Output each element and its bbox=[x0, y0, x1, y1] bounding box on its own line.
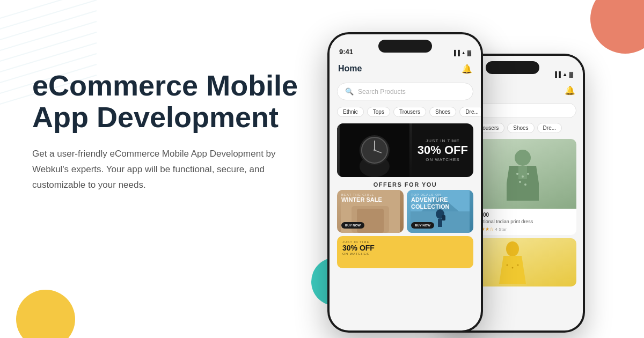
phone1-banner: JUST IN TIME 30% OFF ON WATCHES bbox=[337, 123, 473, 177]
offer-winter-sale[interactable]: BEAT THE CHILL WINTER SALE BUY NOW bbox=[337, 190, 404, 233]
svg-point-18 bbox=[512, 267, 514, 268]
banner-text: JUST IN TIME 30% OFF ON WATCHES bbox=[418, 138, 468, 162]
svg-point-13 bbox=[527, 173, 529, 175]
phone1-time: 9:41 bbox=[339, 48, 353, 56]
chip-shoes[interactable]: Shoes bbox=[429, 107, 456, 117]
svg-line-0 bbox=[0, 0, 97, 21]
hero-description: Get a user-friendly eCommerce Mobile App… bbox=[32, 146, 290, 193]
offer-winter-text: BEAT THE CHILL WINTER SALE bbox=[341, 193, 382, 203]
product2-image bbox=[499, 241, 526, 284]
svg-point-12 bbox=[522, 175, 524, 178]
product1-stars: ★★★★☆ 4 Star bbox=[472, 226, 573, 232]
svg-point-11 bbox=[516, 173, 518, 175]
product1-image bbox=[507, 147, 539, 201]
offer3-discount: 30% OFF bbox=[342, 244, 375, 252]
svg-rect-29 bbox=[357, 209, 384, 233]
banner-discount: 30% OFF bbox=[418, 143, 468, 157]
svg-point-17 bbox=[507, 264, 508, 266]
banner-image bbox=[337, 123, 412, 177]
svg-rect-35 bbox=[442, 215, 445, 221]
chip-shoes[interactable]: Shoes bbox=[507, 123, 534, 133]
svg-point-15 bbox=[524, 183, 526, 186]
svg-rect-9 bbox=[515, 150, 531, 166]
chip-dresses[interactable]: Dre... bbox=[537, 123, 562, 133]
svg-point-16 bbox=[506, 241, 519, 256]
chip-tops[interactable]: Tops bbox=[367, 107, 390, 117]
offer-adventure-main: ADVENTURE COLLECTION bbox=[411, 196, 473, 210]
banner-item: ON WATCHES bbox=[418, 157, 468, 162]
chip-dresses[interactable]: Dre... bbox=[459, 107, 481, 117]
search-placeholder: Search Products bbox=[358, 88, 406, 95]
banner-tag: JUST IN TIME bbox=[418, 138, 468, 143]
product1-name: Traditional Indian print dress bbox=[472, 219, 573, 225]
phone1-bell-icon[interactable]: 🔔 bbox=[462, 63, 472, 74]
offer-adventure[interactable]: TOP DEALS ON ADVENTURE COLLECTION BUY NO… bbox=[407, 190, 473, 233]
page-title: eCommerce Mobile App Development bbox=[32, 70, 322, 134]
svg-line-4 bbox=[0, 32, 97, 64]
svg-point-14 bbox=[519, 181, 521, 183]
phone1-screen: Home 🔔 🔍 Search Products Ethnic Tops Tro… bbox=[330, 58, 481, 330]
offer-adventure-btn[interactable]: BUY NOW bbox=[411, 222, 434, 229]
offer-adventure-text: TOP DEALS ON ADVENTURE COLLECTION bbox=[411, 193, 473, 210]
svg-line-2 bbox=[0, 11, 97, 43]
phone1-search-bar[interactable]: 🔍 Search Products bbox=[337, 83, 473, 100]
phone1-category-chips: Ethnic Tops Trousers Shoes Dre... bbox=[330, 104, 481, 120]
chip-trousers[interactable]: Trousers bbox=[393, 107, 426, 117]
phone1-header: Home 🔔 bbox=[330, 58, 481, 79]
offer-winter-btn[interactable]: BUY NOW bbox=[341, 222, 364, 229]
phone1-status-icons: ▐▐ ▲ ▓ bbox=[452, 50, 471, 56]
offer3-text: JUST IN TIME 30% OFF ON WATCHES bbox=[342, 240, 375, 255]
phone2-bell-icon[interactable]: 🔔 bbox=[565, 85, 575, 95]
phone-mockup-1: 9:41 ▐▐ ▲ ▓ Home 🔔 🔍 Search Products bbox=[327, 32, 483, 333]
phone1-notch bbox=[378, 40, 432, 53]
phone1-header-title: Home bbox=[338, 64, 362, 74]
phones-container: ▐▐ ▲ ▓ Ethnic 🔔 🔍 ops Trouser bbox=[311, 0, 644, 338]
chip-ethnic[interactable]: Ethnic bbox=[337, 107, 364, 117]
svg-line-3 bbox=[0, 21, 97, 54]
banner-watch-svg bbox=[337, 123, 412, 177]
phone2-status-icons: ▐▐ ▲ ▓ bbox=[553, 71, 573, 77]
offer-watches-partial: JUST IN TIME 30% OFF ON WATCHES bbox=[337, 236, 473, 268]
offer3-item: ON WATCHES bbox=[342, 252, 375, 255]
product1-price: ₹ 1500 bbox=[472, 212, 573, 218]
phone2-product-1[interactable]: ₹ 1500 Traditional Indian print dress ★★… bbox=[469, 139, 576, 235]
svg-line-1 bbox=[0, 0, 97, 32]
offers-section-title: OFFERS FOR YOU bbox=[330, 181, 481, 188]
svg-point-19 bbox=[517, 264, 519, 266]
hero-content: eCommerce Mobile App Development Get a u… bbox=[32, 70, 322, 193]
svg-rect-34 bbox=[438, 219, 442, 227]
offer-winter-main: WINTER SALE bbox=[341, 196, 382, 203]
phone2-notch bbox=[486, 61, 539, 74]
phone2-product1-info: ₹ 1500 Traditional Indian print dress ★★… bbox=[469, 209, 576, 235]
search-icon: 🔍 bbox=[345, 87, 354, 95]
decorative-circle-yellow bbox=[16, 290, 75, 338]
offers-grid: BEAT THE CHILL WINTER SALE BUY NOW bbox=[330, 190, 481, 233]
